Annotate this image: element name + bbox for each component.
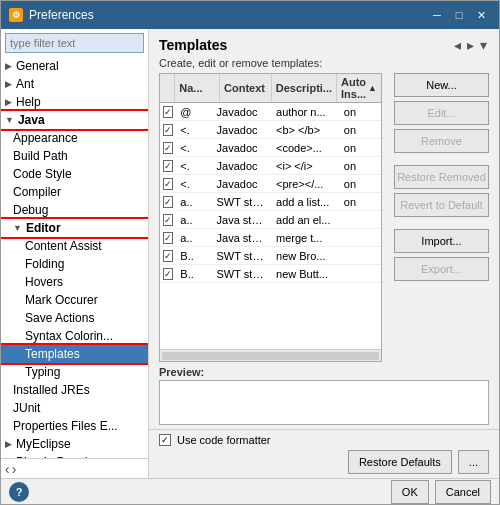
row-auto xyxy=(340,273,381,275)
section-title: Templates xyxy=(159,37,227,53)
row-context: SWT statements xyxy=(213,195,272,209)
table-row[interactable]: B.. SWT statements new Bro... xyxy=(160,247,381,265)
h-scrollbar[interactable] xyxy=(162,352,379,360)
row-checkbox[interactable] xyxy=(160,213,176,227)
row-context: Javadoc xyxy=(213,105,272,119)
header-forward-arrow[interactable]: ▸ xyxy=(465,37,476,53)
import-button[interactable]: Import... xyxy=(394,229,489,253)
th-description[interactable]: Descripti... xyxy=(272,74,337,102)
th-auto-insert[interactable]: Auto Ins... ▲ xyxy=(337,74,381,102)
tree-item-syntax-coloring[interactable]: Syntax Colorin... xyxy=(1,327,148,345)
left-panel: ▶ General ▶ Ant ▶ Help ▼ Java Appearance xyxy=(1,29,149,478)
row-name: B.. xyxy=(176,249,212,263)
th-name[interactable]: Na... xyxy=(175,74,220,102)
row-context: Javadoc xyxy=(213,141,272,155)
table-row[interactable]: <. Javadoc <pre></... on xyxy=(160,175,381,193)
header-back-arrow[interactable]: ◂ xyxy=(452,37,463,53)
tree-item-installed-jres[interactable]: Installed JREs xyxy=(1,381,148,399)
tree-item-code-style[interactable]: Code Style xyxy=(1,165,148,183)
table-row[interactable]: a.. Java statements add an el... xyxy=(160,211,381,229)
minimize-button[interactable]: ─ xyxy=(427,7,447,23)
tree-item-compiler[interactable]: Compiler xyxy=(1,183,148,201)
cancel-button[interactable]: Cancel xyxy=(435,480,491,504)
tree-item-save-actions[interactable]: Save Actions xyxy=(1,309,148,327)
row-description: new Bro... xyxy=(272,249,340,263)
table-row[interactable]: <. Javadoc <i> </i> on xyxy=(160,157,381,175)
row-checkbox[interactable] xyxy=(160,249,176,263)
row-checkbox[interactable] xyxy=(160,231,176,245)
row-description: author n... xyxy=(272,105,340,119)
tree-item-myeclipse[interactable]: ▶ MyEclipse xyxy=(1,435,148,453)
row-name: a.. xyxy=(176,195,212,209)
nav-back-arrow[interactable]: ‹ xyxy=(5,461,10,477)
row-name: <. xyxy=(176,159,212,173)
right-action-buttons: New... Edit... Remove Restore Removed Re… xyxy=(394,73,489,362)
maximize-button[interactable]: □ xyxy=(449,7,469,23)
edit-button[interactable]: Edit... xyxy=(394,101,489,125)
ok-button[interactable]: OK xyxy=(391,480,429,504)
restore-removed-button[interactable]: Restore Removed xyxy=(394,165,489,189)
restore-defaults-button[interactable]: Restore Defaults xyxy=(348,450,452,474)
tree-label: Templates xyxy=(25,347,80,361)
tree-item-properties-files[interactable]: Properties Files E... xyxy=(1,417,148,435)
preferences-window: ⚙ Preferences ─ □ ✕ ▶ General ▶ xyxy=(0,0,500,505)
use-code-formatter-checkbox[interactable] xyxy=(159,434,171,446)
row-checkbox[interactable] xyxy=(160,267,176,281)
filter-input[interactable] xyxy=(5,33,144,53)
tree-item-java[interactable]: ▼ Java xyxy=(1,111,148,129)
tree-item-hovers[interactable]: Hovers xyxy=(1,273,148,291)
row-checkbox[interactable] xyxy=(160,195,176,209)
tree-item-templates[interactable]: Templates xyxy=(1,345,148,363)
row-checkbox[interactable] xyxy=(160,105,176,119)
row-auto xyxy=(340,219,381,221)
th-context[interactable]: Context xyxy=(220,74,272,102)
row-checkbox[interactable] xyxy=(160,141,176,155)
help-button[interactable]: ? xyxy=(9,482,29,502)
export-button[interactable]: Export... xyxy=(394,257,489,281)
row-checkbox[interactable] xyxy=(160,159,176,173)
row-name: a.. xyxy=(176,231,212,245)
tree-item-editor[interactable]: ▼ Editor xyxy=(1,219,148,237)
preview-area: Preview: xyxy=(159,366,489,425)
table-row[interactable]: @ Javadoc author n... on xyxy=(160,103,381,121)
expand-arrow: ▼ xyxy=(5,115,14,125)
row-description: <b> </b> xyxy=(272,123,340,137)
header-down-arrow[interactable]: ▾ xyxy=(478,37,489,53)
section-subtitle: Create, edit or remove templates: xyxy=(149,57,499,73)
remove-button[interactable]: Remove xyxy=(394,129,489,153)
row-context: Java statements xyxy=(213,213,272,227)
row-checkbox[interactable] xyxy=(160,123,176,137)
table-row[interactable]: <. Javadoc <code>... on xyxy=(160,139,381,157)
tree-item-content-assist[interactable]: Content Assist xyxy=(1,237,148,255)
table-row[interactable]: a.. Java statements merge t... xyxy=(160,229,381,247)
expand-arrow: ▶ xyxy=(5,79,12,89)
tree: ▶ General ▶ Ant ▶ Help ▼ Java Appearance xyxy=(1,57,148,458)
tree-item-ant[interactable]: ▶ Ant xyxy=(1,75,148,93)
tree-item-build-path[interactable]: Build Path xyxy=(1,147,148,165)
header-nav-arrows: ◂ ▸ ▾ xyxy=(452,37,489,53)
row-auto xyxy=(340,255,381,257)
tree-item-help[interactable]: ▶ Help xyxy=(1,93,148,111)
table-row[interactable]: a.. SWT statements add a list... on xyxy=(160,193,381,211)
new-button[interactable]: New... xyxy=(394,73,489,97)
tree-label: Appearance xyxy=(13,131,78,145)
tree-item-general[interactable]: ▶ General xyxy=(1,57,148,75)
row-checkbox[interactable] xyxy=(160,177,176,191)
tree-item-typing[interactable]: Typing xyxy=(1,363,148,381)
sort-arrow-icon: ▲ xyxy=(368,83,377,93)
close-button[interactable]: ✕ xyxy=(471,7,491,23)
tree-item-appearance[interactable]: Appearance xyxy=(1,129,148,147)
apply-button[interactable]: ... xyxy=(458,450,489,474)
nav-forward-arrow[interactable]: › xyxy=(12,461,17,477)
tree-item-mark-occurer[interactable]: Mark Occurer xyxy=(1,291,148,309)
expand-arrow: ▼ xyxy=(13,223,22,233)
tree-item-debug[interactable]: Debug xyxy=(1,201,148,219)
revert-to-default-button[interactable]: Revert to Default xyxy=(394,193,489,217)
row-auto: on xyxy=(340,195,381,209)
button-separator xyxy=(394,157,489,161)
table-row[interactable]: B.. SWT statements new Butt... xyxy=(160,265,381,283)
tree-item-junit[interactable]: JUnit xyxy=(1,399,148,417)
preview-label: Preview: xyxy=(159,366,489,378)
tree-item-folding[interactable]: Folding xyxy=(1,255,148,273)
table-row[interactable]: <. Javadoc <b> </b> on xyxy=(160,121,381,139)
